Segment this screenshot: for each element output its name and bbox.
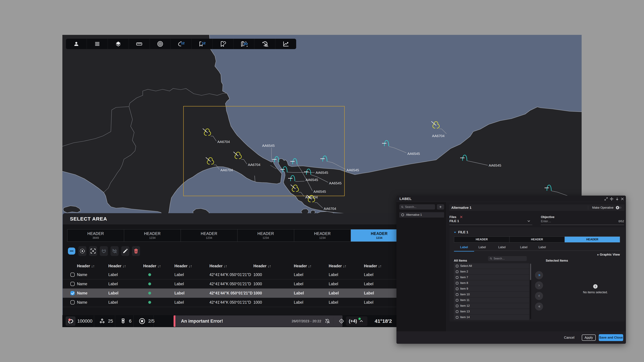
svg-text:AA6704: AA6704 bbox=[248, 163, 260, 167]
svg-text:12: 12 bbox=[181, 41, 185, 45]
svg-text:AA6545: AA6545 bbox=[346, 168, 359, 172]
svg-text:AA6545: AA6545 bbox=[489, 163, 501, 167]
svg-text:AA6545: AA6545 bbox=[262, 144, 275, 147]
svg-text:2D: 2D bbox=[244, 42, 248, 45]
svg-text:AA6704: AA6704 bbox=[305, 195, 318, 199]
svg-text:AA6704: AA6704 bbox=[220, 168, 233, 172]
svg-text:AA6545: AA6545 bbox=[314, 190, 326, 193]
svg-text:AA6704: AA6704 bbox=[432, 134, 444, 138]
svg-text:AA6704: AA6704 bbox=[217, 140, 230, 144]
svg-text:AA6545: AA6545 bbox=[329, 181, 342, 185]
svg-text:AA6545: AA6545 bbox=[407, 152, 420, 156]
svg-text:12: 12 bbox=[202, 41, 206, 45]
svg-text:AA6704: AA6704 bbox=[324, 207, 336, 211]
svg-text:AA6545: AA6545 bbox=[316, 171, 328, 174]
svg-text:AA6545: AA6545 bbox=[306, 178, 318, 182]
